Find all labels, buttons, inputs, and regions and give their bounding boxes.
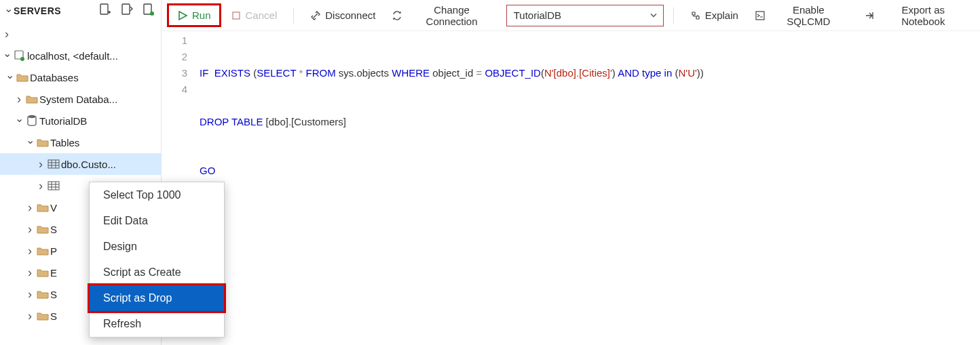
- svg-rect-1: [122, 4, 130, 14]
- new-query-icon[interactable]: [120, 3, 134, 19]
- chevron-right-icon[interactable]: [24, 201, 35, 214]
- tree-label: S: [50, 224, 57, 235]
- stop-icon: [231, 10, 242, 21]
- change-connection-button[interactable]: Change Connection: [385, 1, 503, 30]
- collapse-servers-icon[interactable]: [3, 5, 14, 16]
- folder-icon: [35, 268, 50, 277]
- chevron-right-icon[interactable]: [35, 158, 46, 170]
- folder-icon: [35, 246, 50, 256]
- svg-rect-8: [48, 182, 59, 190]
- menu-design[interactable]: Design: [90, 234, 224, 260]
- cancel-button: Cancel: [224, 7, 284, 24]
- chevron-down-icon[interactable]: [24, 137, 35, 148]
- cancel-label: Cancel: [246, 9, 278, 21]
- explain-button[interactable]: Explain: [683, 7, 745, 24]
- folder-icon: [35, 138, 50, 147]
- main-panel: Run Cancel Disconnect Change Connection …: [162, 0, 980, 345]
- code-line: IF EXISTS (SELECT * FROM sys.objects WHE…: [200, 65, 980, 81]
- svg-point-6: [28, 115, 36, 118]
- script-drop-highlight-box: Script as Drop: [88, 283, 226, 313]
- play-icon: [177, 10, 188, 21]
- chevron-right-icon[interactable]: [24, 266, 35, 279]
- svg-rect-0: [100, 4, 108, 14]
- menu-script-as-drop[interactable]: Script as Drop: [90, 285, 224, 311]
- change-connection-label: Change Connection: [407, 4, 496, 27]
- server-icon: [12, 50, 27, 61]
- export-notebook-button[interactable]: Export as Notebook: [857, 1, 975, 30]
- tree-label: P: [50, 245, 57, 257]
- server-status-icon[interactable]: [142, 3, 155, 19]
- database-select-value: TutorialDB: [514, 9, 561, 21]
- disconnect-label: Disconnect: [325, 9, 375, 21]
- explain-icon: [690, 10, 701, 21]
- folder-icon: [35, 203, 50, 212]
- chevron-right-icon[interactable]: [24, 288, 35, 300]
- table-icon: [46, 181, 61, 190]
- svg-point-5: [20, 57, 24, 61]
- tree-node-tutorialdb[interactable]: TutorialDB: [0, 110, 161, 131]
- tree-node-dbo-customers[interactable]: dbo.Custo...: [0, 153, 161, 175]
- chevron-right-icon[interactable]: [24, 310, 35, 322]
- tree-label: TutorialDB: [39, 115, 87, 127]
- folder-icon: [24, 94, 39, 104]
- chevron-right-icon[interactable]: [1, 28, 12, 40]
- menu-edit-data[interactable]: Edit Data: [90, 208, 224, 234]
- new-connection-icon[interactable]: [98, 3, 112, 19]
- svg-point-3: [150, 12, 154, 16]
- export-icon: [864, 10, 875, 21]
- menu-refresh[interactable]: Refresh: [90, 311, 224, 337]
- code-line: [200, 211, 980, 228]
- sqlcmd-icon: [755, 10, 766, 21]
- explain-label: Explain: [705, 9, 738, 21]
- enable-sqlcmd-button[interactable]: Enable SQLCMD: [748, 1, 854, 30]
- tree-label: E: [50, 267, 57, 279]
- toolbar-separator: [293, 7, 294, 24]
- code-line: GO: [200, 163, 980, 179]
- chevron-down-icon[interactable]: [4, 72, 15, 83]
- sql-editor[interactable]: 1 2 3 4 IF EXISTS (SELECT * FROM sys.obj…: [162, 31, 980, 345]
- disconnect-icon: [310, 10, 321, 21]
- tree-label: System Databa...: [39, 94, 117, 105]
- chevron-down-icon[interactable]: [14, 115, 24, 126]
- tree-label: localhost, <default...: [27, 50, 118, 62]
- chevron-right-icon[interactable]: [14, 93, 24, 105]
- svg-rect-9: [233, 12, 240, 19]
- run-label: Run: [192, 9, 211, 21]
- run-highlight-box: Run: [167, 3, 221, 27]
- tree-label: dbo.Custo...: [61, 159, 116, 170]
- database-select[interactable]: TutorialDB: [506, 5, 664, 26]
- table-context-menu: Select Top 1000 Edit Data Design Script …: [89, 182, 225, 338]
- sidebar-header: SERVERS: [0, 0, 161, 22]
- query-toolbar: Run Cancel Disconnect Change Connection …: [162, 0, 980, 31]
- tree-blank-row[interactable]: [0, 23, 161, 45]
- svg-rect-7: [48, 160, 59, 168]
- line-number: 2: [162, 49, 187, 65]
- tree-label: Databases: [30, 72, 79, 83]
- tree-label: Tables: [50, 137, 79, 148]
- chevron-right-icon[interactable]: [24, 223, 35, 235]
- tree-node-system-databases[interactable]: System Databa...: [0, 88, 161, 110]
- tree-node-tables[interactable]: Tables: [0, 131, 161, 153]
- chevron-right-icon[interactable]: [24, 245, 35, 257]
- chevron-right-icon[interactable]: [35, 180, 46, 192]
- menu-select-top-1000[interactable]: Select Top 1000: [90, 182, 224, 208]
- tree-node-databases[interactable]: Databases: [0, 66, 161, 88]
- line-number: 1: [162, 33, 187, 49]
- sidebar-title: SERVERS: [14, 5, 98, 16]
- change-connection-icon: [392, 10, 402, 21]
- tree-node-localhost[interactable]: localhost, <default...: [0, 45, 161, 66]
- tree-label: S: [50, 310, 57, 322]
- menu-script-as-create[interactable]: Script as Create: [90, 260, 224, 285]
- database-icon: [24, 115, 39, 127]
- table-icon: [46, 159, 61, 169]
- disconnect-button[interactable]: Disconnect: [303, 7, 382, 24]
- code-area[interactable]: IF EXISTS (SELECT * FROM sys.objects WHE…: [200, 33, 980, 345]
- folder-icon: [35, 311, 50, 321]
- toolbar-separator: [673, 7, 674, 24]
- run-button[interactable]: Run: [170, 7, 218, 24]
- folder-icon: [15, 73, 30, 82]
- tree-label: V: [50, 202, 57, 214]
- chevron-down-icon[interactable]: [1, 50, 12, 61]
- line-number: 4: [162, 81, 187, 98]
- enable-sqlcmd-label: Enable SQLCMD: [770, 4, 848, 27]
